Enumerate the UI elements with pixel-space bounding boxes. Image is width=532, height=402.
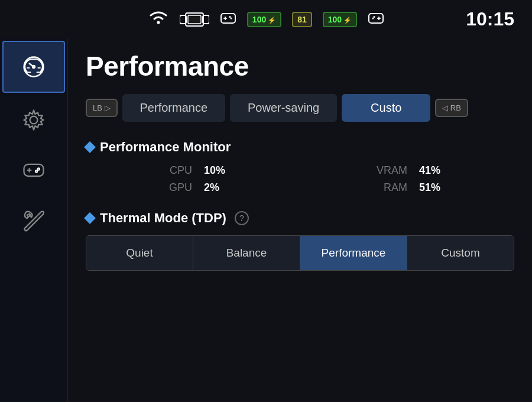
svg-point-26 bbox=[37, 168, 40, 170]
thermal-tab-balance[interactable]: Balance bbox=[193, 236, 300, 270]
wifi-icon bbox=[148, 8, 169, 30]
battery-indicator-1: 100 bbox=[247, 12, 281, 27]
svg-point-12 bbox=[374, 16, 375, 18]
lb-button[interactable]: LB ▷ bbox=[86, 99, 118, 117]
battery-indicator-2: 81 bbox=[292, 12, 312, 27]
svg-rect-5 bbox=[221, 14, 235, 23]
performance-monitor-title: Performance Monitor bbox=[100, 140, 231, 155]
svg-rect-4 bbox=[188, 15, 201, 24]
svg-point-17 bbox=[33, 66, 35, 69]
svg-point-11 bbox=[372, 17, 374, 19]
ram-label: RAM bbox=[311, 181, 407, 194]
svg-rect-10 bbox=[369, 14, 383, 23]
speedometer-icon bbox=[21, 54, 47, 80]
svg-point-8 bbox=[230, 17, 232, 19]
performance-monitor-header: Performance Monitor bbox=[86, 140, 514, 155]
main-layout: Performance LB ▷ Performance Power-savin… bbox=[0, 38, 532, 402]
help-icon[interactable]: ? bbox=[235, 211, 249, 225]
thermal-tab-quiet[interactable]: Quiet bbox=[86, 236, 193, 270]
sidebar-item-controller[interactable] bbox=[0, 145, 67, 194]
rb-button[interactable]: ◁ RB bbox=[435, 99, 468, 117]
gpu-value: 2% bbox=[204, 181, 299, 194]
gpu-label: GPU bbox=[103, 181, 192, 194]
battery-indicator-3: 100 bbox=[323, 12, 357, 27]
controller-icon bbox=[21, 157, 47, 183]
svg-point-22 bbox=[30, 116, 38, 124]
tab-custom[interactable]: Custo bbox=[342, 94, 430, 122]
cpu-label: CPU bbox=[103, 164, 192, 177]
thermal-mode-header: Thermal Mode (TDP) ? bbox=[86, 210, 514, 226]
content-area: Performance LB ▷ Performance Power-savin… bbox=[68, 38, 532, 402]
sidebar bbox=[0, 38, 68, 402]
clock-display: 10:15 bbox=[466, 8, 514, 30]
page-title: Performance bbox=[86, 50, 514, 82]
sidebar-item-performance[interactable] bbox=[2, 41, 65, 93]
controller-battery-right-icon bbox=[368, 10, 384, 29]
cpu-value: 10% bbox=[204, 164, 299, 177]
vram-value: 41% bbox=[419, 164, 514, 177]
svg-rect-23 bbox=[24, 164, 44, 176]
diamond-icon-perf bbox=[84, 141, 96, 153]
tab-performance[interactable]: Performance bbox=[122, 94, 226, 122]
handheld-device-icon bbox=[180, 9, 209, 30]
thermal-tab-custom[interactable]: Custom bbox=[407, 236, 514, 270]
diamond-icon-thermal bbox=[84, 212, 96, 224]
thermal-tab-performance[interactable]: Performance bbox=[300, 236, 407, 270]
controller-battery-left-icon bbox=[220, 10, 236, 29]
wrench-icon bbox=[21, 206, 47, 232]
vram-label: VRAM bbox=[311, 164, 407, 177]
svg-point-0 bbox=[157, 21, 160, 24]
gear-icon bbox=[21, 107, 47, 133]
ram-value: 51% bbox=[419, 181, 514, 194]
thermal-mode-tabs: Quiet Balance Performance Custom bbox=[86, 235, 514, 271]
tab-power-saving[interactable]: Power-saving bbox=[230, 94, 337, 122]
sidebar-item-settings[interactable] bbox=[0, 95, 67, 145]
sidebar-item-tools[interactable] bbox=[0, 194, 67, 244]
profile-tabs-row: LB ▷ Performance Power-saving Custo ◁ RB bbox=[86, 94, 514, 122]
thermal-mode-title: Thermal Mode (TDP) bbox=[100, 210, 226, 226]
status-bar: 100 81 100 10:15 bbox=[0, 0, 532, 38]
svg-point-9 bbox=[229, 16, 231, 18]
svg-point-27 bbox=[35, 170, 38, 173]
performance-monitor-grid: CPU 10% VRAM 41% GPU 2% RAM 51% bbox=[86, 164, 514, 194]
